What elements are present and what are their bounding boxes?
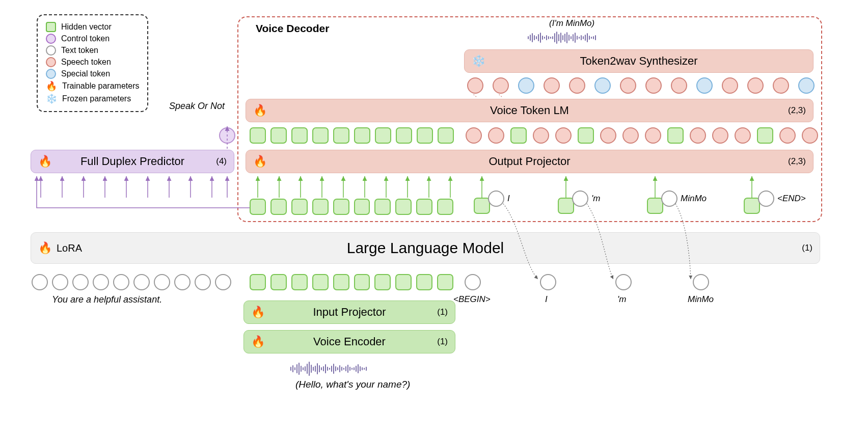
ar-m — [615, 274, 632, 290]
legend-hidden: Hidden vector — [46, 22, 139, 32]
waveform-top — [528, 32, 596, 44]
ar-minmo — [693, 274, 709, 290]
audio-embeddings — [250, 274, 453, 290]
flame-icon: 🔥 — [253, 155, 267, 168]
ar-i-label: I — [545, 294, 548, 305]
top-caption: (I'm MinMo) — [549, 18, 594, 29]
control-token — [219, 127, 235, 144]
legend-text: Text token — [46, 45, 139, 56]
lm-input-row — [250, 127, 454, 144]
llm-output-squares — [250, 199, 453, 215]
legend: Hidden vector Control token Text token S… — [37, 14, 148, 112]
flame-icon: 🔥 — [46, 80, 57, 92]
llm-block: 🔥 LoRA Large Language Model (1) — [31, 232, 820, 264]
flame-icon: 🔥 — [251, 306, 265, 319]
voice-decoder-title: Voice Decoder — [256, 22, 329, 35]
input-projector-block: 🔥 Input Projector (1) — [243, 301, 455, 324]
synth-tokens-row — [467, 77, 815, 94]
speak-or-not-label: Speak Or Not — [169, 101, 225, 112]
snowflake-icon: ❄️ — [46, 93, 57, 104]
lm-input-row-mixed — [466, 127, 818, 144]
ar-minmo-label: MinMo — [688, 294, 714, 305]
snowflake-icon: ❄️ — [472, 54, 485, 68]
voice-token-lm-block: 🔥 Voice Token LM (2,3) — [246, 99, 813, 122]
flame-icon: 🔥 — [38, 155, 52, 168]
full-duplex-block: 🔥 Full Duplex Predictor (4) — [31, 150, 234, 173]
voice-encoder-block: 🔥 Voice Encoder (1) — [243, 330, 455, 353]
begin-token — [465, 274, 481, 290]
flame-icon: 🔥 — [251, 335, 265, 348]
begin-label: <BEGIN> — [453, 294, 491, 305]
ar-m-label: 'm — [617, 294, 626, 305]
legend-frozen: ❄️Frozen parameters — [46, 93, 139, 104]
legend-control: Control token — [46, 34, 139, 44]
flame-icon: 🔥 — [38, 241, 52, 255]
architecture-diagram: Hidden vector Control token Text token S… — [0, 0, 868, 437]
legend-trainable: 🔥Trainable parameters — [46, 80, 139, 92]
prompt-tokens — [32, 274, 231, 290]
ar-i — [540, 274, 556, 290]
prompt-caption: You are a helpful assistant. — [52, 294, 162, 305]
bottom-caption: (Hello, what's your name?) — [295, 379, 410, 390]
legend-special: Special token — [46, 69, 139, 79]
token2wav-block: ❄️ Token2wav Synthesizer — [464, 49, 813, 73]
legend-speech: Speech token — [46, 57, 139, 67]
output-projector-block: 🔥 Output Projector (2,3) — [246, 150, 813, 173]
waveform-bottom — [290, 362, 367, 376]
flame-icon: 🔥 — [253, 104, 267, 117]
